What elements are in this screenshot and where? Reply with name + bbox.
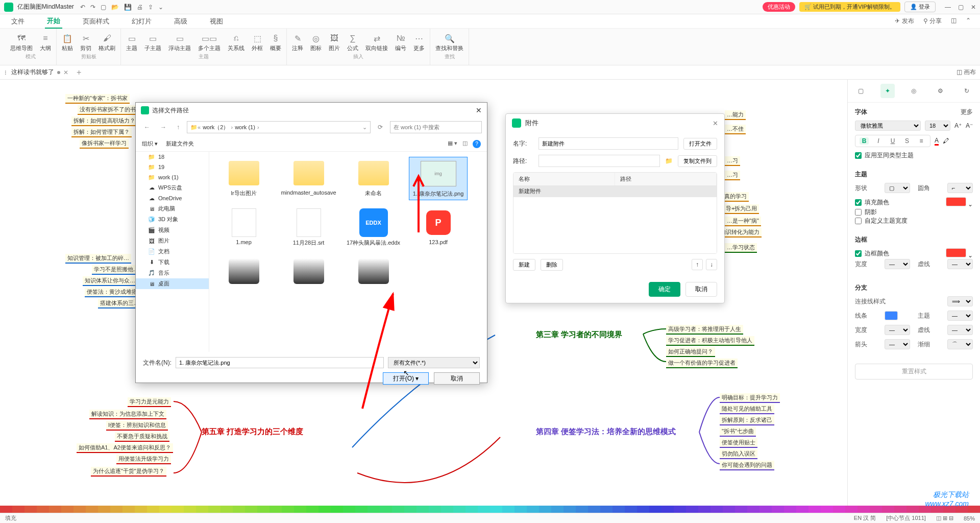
color-swatch[interactable] [122, 506, 135, 513]
rp-tab-gear[interactable]: ⚙ [933, 84, 947, 98]
preview-icon[interactable]: ◫ [462, 140, 468, 148]
ad-cancel-button[interactable]: 取消 [685, 282, 717, 297]
color-swatch[interactable] [208, 506, 220, 513]
color-swatch[interactable] [368, 506, 380, 513]
fd-files[interactable]: lr导出图片mindmaster_autosave未命名img1. 康奈尔笔记法… [209, 152, 487, 352]
share-link[interactable]: ⚲ 分享 [923, 17, 942, 26]
color-swatch[interactable] [37, 506, 49, 513]
color-swatch[interactable] [404, 506, 416, 513]
tree-item[interactable]: 🎵音乐 [136, 268, 209, 278]
mm-node[interactable]: …学习状态 [725, 243, 757, 253]
tree-item[interactable]: 🖥此电脑 [136, 203, 209, 214]
tree-item[interactable]: ⬇下载 [136, 257, 209, 268]
color-swatch[interactable] [172, 506, 184, 513]
border-width-select[interactable]: — [885, 259, 910, 269]
decrease-font-icon[interactable]: A⁻ [966, 122, 973, 129]
tree-item[interactable]: 📁19 [136, 162, 209, 172]
ad-openfile-button[interactable]: 打开文件 [683, 138, 717, 150]
tree-item[interactable]: 🖥桌面 [136, 278, 209, 289]
organize-dropdown[interactable]: 组织 ▾ [142, 140, 158, 148]
rp-tab-location[interactable]: ◎ [906, 84, 921, 98]
color-swatch[interactable] [857, 506, 870, 513]
color-swatch[interactable] [257, 506, 270, 513]
status-lang[interactable]: EN 汉 简 [854, 514, 876, 522]
ad-delete-button[interactable]: 删除 [541, 259, 563, 271]
tree-item[interactable]: 🧊3D 对象 [136, 214, 209, 225]
tool-bilink[interactable]: ⇄双向链接 [365, 33, 388, 52]
shadow-checkbox[interactable] [855, 209, 862, 216]
rp-tab-format[interactable]: ✦ [880, 84, 895, 98]
gradient-select[interactable]: ⌒ [947, 339, 973, 349]
ad-up-icon[interactable]: ↑ [692, 259, 703, 270]
tool-findreplace[interactable]: 🔍查找和替换 [435, 33, 463, 52]
file-item[interactable] [214, 255, 273, 288]
mm-node[interactable]: 学习促进者：积极主动地引导他人 [666, 336, 754, 346]
color-swatch[interactable] [135, 506, 147, 513]
file-item[interactable]: mindmaster_autosave [279, 157, 338, 200]
redo-icon[interactable]: ↷ [90, 4, 95, 11]
tab-close-icon[interactable]: ✕ [63, 69, 68, 76]
color-swatch[interactable] [282, 506, 294, 513]
ch4-title[interactable]: 第四章 便签学习法：培养全新的思维模式 [536, 427, 676, 437]
color-swatch[interactable] [355, 506, 368, 513]
color-swatch[interactable] [894, 506, 906, 513]
ad-copy-button[interactable]: 复制文件到 [678, 155, 717, 167]
tool-summary[interactable]: §概要 [270, 33, 281, 52]
mm-node[interactable]: 知识体系让你与众… [83, 276, 137, 286]
reset-style-button[interactable]: 重置样式 [855, 364, 973, 379]
maximize-icon[interactable]: ▢ [958, 4, 964, 11]
fd-close-icon[interactable]: ✕ [476, 106, 482, 114]
tool-multitopic[interactable]: ▭▭多个主题 [198, 33, 220, 52]
highlight-icon[interactable]: 🖍 [943, 137, 949, 145]
file-item[interactable] [279, 255, 338, 288]
strike-icon[interactable]: S [902, 137, 912, 145]
color-swatch[interactable] [968, 506, 980, 513]
file-item[interactable]: P123.pdf [409, 206, 468, 249]
branch-width-select[interactable]: — [885, 325, 910, 335]
color-swatch[interactable] [845, 506, 857, 513]
login-badge[interactable]: 👤 登录 [904, 2, 936, 12]
tool-cut[interactable]: ✂剪切 [80, 33, 91, 52]
color-swatch[interactable] [392, 506, 404, 513]
file-item[interactable]: 11月28日.srt [279, 206, 338, 249]
mm-node[interactable]: …是一种"病" [725, 217, 761, 226]
mm-node[interactable]: 像拆书家一样学习 [80, 139, 129, 149]
mm-node[interactable]: 随处可见的辅助工具 [720, 405, 774, 414]
color-swatch[interactable] [600, 506, 612, 513]
mm-node[interactable]: 不要急于质疑和挑战 [115, 432, 169, 442]
fd-tree[interactable]: 📁18📁19📁work (1)☁WPS云盘☁OneDrive🖥此电脑🧊3D 对象… [136, 152, 209, 352]
color-swatch[interactable] [416, 506, 429, 513]
color-swatch[interactable] [576, 506, 588, 513]
tool-relation[interactable]: ⎌关系线 [228, 33, 244, 52]
mm-node[interactable]: 为什么追逐"干货"是伪学习？ [91, 467, 166, 477]
menu-start[interactable]: 开始 [45, 14, 62, 29]
mm-node[interactable]: I便签：辨别知识和信息 [106, 421, 168, 431]
color-swatch[interactable] [478, 506, 490, 513]
color-swatch[interactable] [380, 506, 392, 513]
color-swatch[interactable] [539, 506, 551, 513]
color-swatch[interactable] [551, 506, 564, 513]
new-icon[interactable]: ▢ [101, 4, 106, 11]
color-swatch[interactable] [306, 506, 318, 513]
tree-item[interactable]: ☁OneDrive [136, 193, 209, 203]
color-swatch[interactable] [465, 506, 478, 513]
file-item[interactable]: lr导出图片 [214, 157, 273, 200]
italic-icon[interactable]: I [874, 137, 883, 145]
tool-formula[interactable]: ∑公式 [347, 33, 358, 52]
color-swatch[interactable] [98, 506, 110, 513]
fill-checkbox[interactable] [855, 199, 862, 206]
bordercolor-checkbox[interactable] [855, 250, 862, 257]
font-size-select[interactable]: 18 [925, 121, 950, 131]
color-swatch[interactable] [821, 506, 833, 513]
tool-outline[interactable]: ≡大纲 [40, 33, 51, 52]
file-item[interactable]: 1.mep [214, 206, 273, 249]
tree-item[interactable]: 🖼图片 [136, 235, 209, 246]
border-color-swatch[interactable] [946, 248, 966, 257]
color-swatch[interactable] [159, 506, 172, 513]
color-swatch[interactable] [735, 506, 747, 513]
ad-ok-button[interactable]: 确定 [649, 282, 680, 297]
file-item[interactable]: img1. 康奈尔笔记法.png [409, 157, 468, 200]
mm-node[interactable]: 学习不是照搬他… [92, 265, 141, 275]
mm-node[interactable]: 便签使用贴士 [720, 438, 757, 448]
help-icon[interactable]: ? [473, 140, 481, 148]
